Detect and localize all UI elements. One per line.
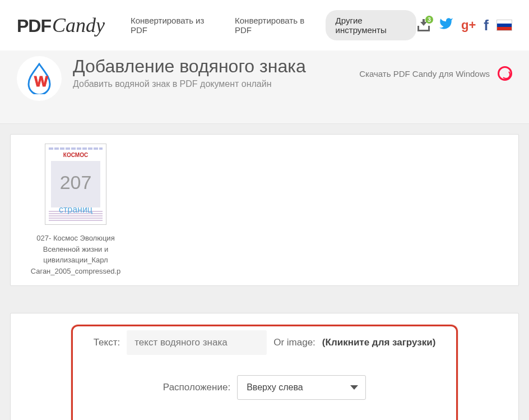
file-name: 027- Космос Эволюция Вселенной жизни и ц… <box>20 233 132 276</box>
file-section: КОСМОС 207 страниц 027- Космос Эволюция … <box>0 124 529 296</box>
watermark-tool-icon: W <box>17 56 62 101</box>
logo[interactable]: PDF Candy <box>17 13 105 37</box>
position-select-wrap[interactable]: Вверху слева <box>237 375 366 400</box>
position-row: Расположение: Вверху слева <box>22 375 507 400</box>
nav-convert-from-pdf[interactable]: Конвертировать из PDF <box>120 10 222 40</box>
header: PDF Candy Конвертировать из PDF Конверти… <box>0 0 529 50</box>
form-box: Текст: Or image: (Кликните для загрузки)… <box>10 313 519 420</box>
swirl-icon[interactable] <box>498 66 512 81</box>
file-thumbnail-wrap[interactable]: КОСМОС 207 страниц 027- Космос Эволюция … <box>20 144 132 276</box>
text-row: Текст: Or image: (Кликните для загрузки) <box>22 330 507 355</box>
page-count-label: страниц <box>59 205 92 215</box>
page-count: 207 <box>60 171 92 193</box>
form-section: Текст: Or image: (Кликните для загрузки)… <box>0 296 529 420</box>
file-box: КОСМОС 207 страниц 027- Космос Эволюция … <box>10 134 519 286</box>
page-title-section: W Добавление водяного знака Добавить вод… <box>0 50 529 124</box>
facebook-icon[interactable]: f <box>484 17 489 34</box>
download-windows-link[interactable]: Скачать PDF Candy для Windows <box>359 69 490 79</box>
or-image-label: Or image: <box>273 337 315 348</box>
logo-pdf-text: PDF <box>17 16 51 36</box>
twitter-icon[interactable] <box>439 16 453 35</box>
header-right: 3 g+ f <box>416 16 512 35</box>
title-right: Скачать PDF Candy для Windows <box>359 56 512 81</box>
nav-other-tools[interactable]: Другие инструменты <box>326 10 416 40</box>
page-title-text: Добавление водяного знака Добавить водян… <box>73 56 306 89</box>
main-nav: Конвертировать из PDF Конвертировать в P… <box>120 10 416 40</box>
position-select[interactable]: Вверху слева <box>237 375 366 400</box>
google-plus-icon[interactable]: g+ <box>461 18 476 33</box>
page-title: Добавление водяного знака <box>73 56 306 77</box>
language-flag-russian[interactable] <box>496 20 512 31</box>
watermark-text-input[interactable] <box>127 330 267 355</box>
svg-text:W: W <box>34 73 48 90</box>
page-subtitle: Добавить водяной знак в PDF документ онл… <box>73 79 306 89</box>
download-icon[interactable]: 3 <box>416 18 431 33</box>
text-label: Текст: <box>94 337 120 348</box>
logo-candy-text: Candy <box>52 13 105 37</box>
file-thumbnail: КОСМОС 207 страниц <box>45 144 106 225</box>
nav-convert-to-pdf[interactable]: Конвертировать в PDF <box>225 10 323 40</box>
thumb-doc-title: КОСМОС <box>45 152 106 158</box>
upload-image-link[interactable]: (Кликните для загрузки) <box>322 337 435 348</box>
position-label: Расположение: <box>163 382 230 393</box>
download-badge: 3 <box>425 16 433 24</box>
